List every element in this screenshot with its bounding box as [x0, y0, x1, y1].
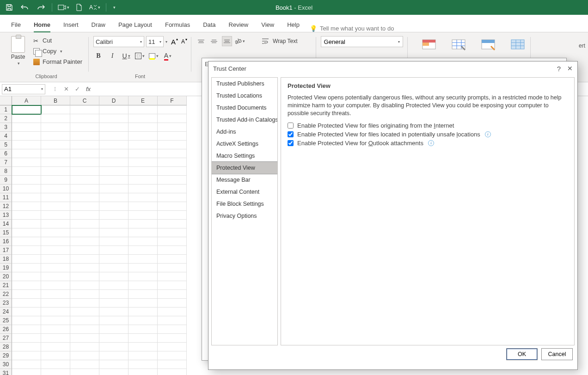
- cell[interactable]: [12, 114, 41, 123]
- insert-cells-icon[interactable]: [510, 38, 526, 52]
- cell[interactable]: [41, 316, 70, 325]
- format-table-icon[interactable]: [451, 38, 467, 52]
- cell[interactable]: [129, 105, 158, 114]
- cell[interactable]: [158, 176, 187, 184]
- cell[interactable]: [158, 360, 187, 369]
- checkbox-input[interactable]: [288, 123, 294, 129]
- trust-center-nav-item[interactable]: Add-ins: [212, 126, 277, 138]
- cell[interactable]: [129, 202, 158, 211]
- cell[interactable]: [129, 176, 158, 184]
- cell[interactable]: [12, 158, 41, 167]
- cell[interactable]: [12, 272, 41, 281]
- cell[interactable]: [41, 228, 70, 237]
- cell[interactable]: [158, 220, 187, 228]
- cell[interactable]: [99, 272, 129, 281]
- cell[interactable]: [70, 158, 99, 167]
- cell[interactable]: [12, 141, 41, 149]
- row-header[interactable]: 2: [0, 114, 12, 123]
- bold-button[interactable]: B: [93, 51, 104, 61]
- cell[interactable]: [158, 202, 187, 211]
- font-size-combo[interactable]: 11▾: [146, 36, 164, 47]
- cell[interactable]: [41, 167, 70, 176]
- cell[interactable]: [158, 351, 187, 360]
- cell[interactable]: [12, 149, 41, 158]
- cell[interactable]: [41, 158, 70, 167]
- paste-button[interactable]: Paste ▾: [8, 34, 28, 66]
- format-painter-button[interactable]: Format Painter: [31, 57, 84, 66]
- cell[interactable]: [158, 167, 187, 176]
- cell[interactable]: [158, 228, 187, 237]
- cell[interactable]: [41, 149, 70, 158]
- row-header[interactable]: 26: [0, 325, 12, 334]
- cell[interactable]: [129, 246, 158, 255]
- cell[interactable]: [158, 255, 187, 264]
- cell[interactable]: [70, 246, 99, 255]
- cell[interactable]: [12, 202, 41, 211]
- cell[interactable]: [41, 123, 70, 132]
- save-icon[interactable]: [3, 2, 16, 13]
- font-color-button[interactable]: A▾: [163, 51, 173, 61]
- cell[interactable]: [129, 307, 158, 316]
- cell[interactable]: [70, 149, 99, 158]
- cell[interactable]: [41, 141, 70, 149]
- cell[interactable]: [70, 184, 99, 193]
- cell[interactable]: [99, 351, 129, 360]
- cell[interactable]: [99, 343, 129, 351]
- align-bottom-button[interactable]: [222, 36, 232, 46]
- italic-button[interactable]: I: [107, 51, 117, 61]
- cell[interactable]: [158, 105, 187, 114]
- cell[interactable]: [158, 211, 187, 220]
- cell[interactable]: [129, 316, 158, 325]
- orientation-button[interactable]: ab▾: [235, 36, 245, 46]
- row-header[interactable]: 20: [0, 272, 12, 281]
- cell[interactable]: [99, 228, 129, 237]
- cell[interactable]: [158, 158, 187, 167]
- cell[interactable]: [99, 193, 129, 202]
- undo-icon[interactable]: [18, 2, 31, 13]
- cell[interactable]: [129, 193, 158, 202]
- column-header[interactable]: D: [99, 96, 129, 105]
- cell[interactable]: [158, 141, 187, 149]
- cell[interactable]: [158, 114, 187, 123]
- row-header[interactable]: 12: [0, 202, 12, 211]
- tab-data[interactable]: Data: [196, 18, 222, 32]
- cell[interactable]: [99, 299, 129, 307]
- cell[interactable]: [99, 255, 129, 264]
- cell[interactable]: [129, 132, 158, 141]
- decrease-font-icon[interactable]: A▾: [179, 37, 187, 46]
- cell[interactable]: [70, 281, 99, 290]
- cell[interactable]: [41, 176, 70, 184]
- cell[interactable]: [12, 299, 41, 307]
- cell[interactable]: [70, 202, 99, 211]
- trust-center-nav-item[interactable]: Macro Settings: [212, 150, 277, 162]
- cell[interactable]: [41, 281, 70, 290]
- protected-view-checkbox[interactable]: Enable Protected View for files originat…: [288, 122, 568, 129]
- trust-center-nav-item[interactable]: ActiveX Settings: [212, 138, 277, 150]
- cell[interactable]: [70, 211, 99, 220]
- row-header[interactable]: 28: [0, 343, 12, 351]
- row-header[interactable]: 29: [0, 351, 12, 360]
- cell[interactable]: [99, 176, 129, 184]
- row-header[interactable]: 23: [0, 299, 12, 307]
- name-box-dropdown[interactable]: ⁝: [50, 84, 60, 94]
- cell[interactable]: [99, 307, 129, 316]
- info-icon[interactable]: i: [428, 140, 434, 146]
- cell[interactable]: [41, 114, 70, 123]
- cell[interactable]: [70, 264, 99, 272]
- tab-file[interactable]: File: [5, 18, 27, 32]
- cell[interactable]: [158, 369, 187, 375]
- cell[interactable]: [129, 334, 158, 343]
- cell[interactable]: [99, 264, 129, 272]
- column-header[interactable]: C: [70, 96, 99, 105]
- cell[interactable]: [12, 220, 41, 228]
- cell[interactable]: [99, 325, 129, 334]
- cell[interactable]: [41, 299, 70, 307]
- cell[interactable]: [158, 246, 187, 255]
- cell[interactable]: [41, 202, 70, 211]
- cell[interactable]: [41, 343, 70, 351]
- tab-review[interactable]: Review: [222, 18, 255, 32]
- cell[interactable]: [12, 193, 41, 202]
- cell[interactable]: [70, 220, 99, 228]
- cell[interactable]: [70, 316, 99, 325]
- tab-draw[interactable]: Draw: [85, 18, 112, 32]
